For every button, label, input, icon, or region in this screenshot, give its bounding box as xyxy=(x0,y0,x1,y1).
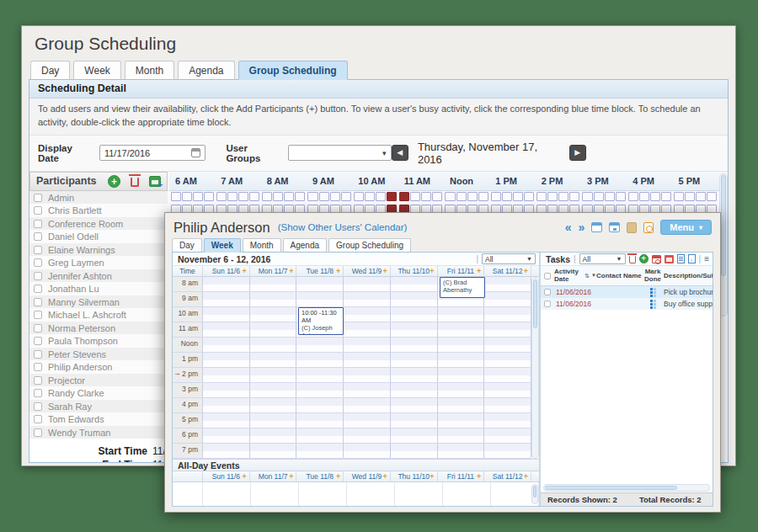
time-slot[interactable] xyxy=(524,192,534,202)
mark-done-icon[interactable] xyxy=(650,288,656,297)
calendar-cell[interactable] xyxy=(203,353,250,367)
calendar-cell[interactable] xyxy=(250,322,297,337)
time-slot[interactable] xyxy=(685,192,695,202)
participant-checkbox[interactable] xyxy=(34,246,42,254)
calendar-cell[interactable] xyxy=(344,322,391,337)
calendar-cell[interactable] xyxy=(203,292,250,306)
sort-icon[interactable]: ⇅ xyxy=(585,273,590,279)
time-slot[interactable] xyxy=(307,192,318,202)
time-slot[interactable] xyxy=(467,192,478,202)
calendar-cell[interactable] xyxy=(344,444,391,458)
notes-icon[interactable] xyxy=(627,222,637,233)
calendar-cell[interactable] xyxy=(203,444,250,458)
calendar-cell[interactable] xyxy=(296,413,344,428)
participant-row[interactable]: Peter Stevens xyxy=(29,348,168,361)
participant-row[interactable]: Norma Peterson xyxy=(29,322,168,335)
time-slot[interactable] xyxy=(616,192,626,202)
time-slot[interactable] xyxy=(227,192,238,202)
time-slot[interactable] xyxy=(421,192,431,202)
participant-checkbox[interactable] xyxy=(34,389,42,397)
calendar-cell[interactable] xyxy=(250,292,297,306)
add-event-icon[interactable]: + xyxy=(430,266,434,276)
datepicker-icon[interactable] xyxy=(191,148,200,157)
participant-checkbox[interactable] xyxy=(34,220,42,228)
scrollbar-thumb[interactable] xyxy=(533,279,537,328)
calendar-cell[interactable] xyxy=(250,338,297,352)
calendar-cell[interactable] xyxy=(438,413,485,428)
display-date-input[interactable]: 11/17/2016 xyxy=(99,145,206,161)
time-slot[interactable] xyxy=(661,192,671,202)
day-header-mon-11-7[interactable]: Mon 11/7+ xyxy=(250,471,297,481)
calendar-cell[interactable] xyxy=(250,277,297,291)
calendar-cell[interactable] xyxy=(391,428,438,443)
add-event-icon[interactable]: + xyxy=(477,266,481,276)
participant-checkbox[interactable] xyxy=(34,402,42,411)
participant-checkbox[interactable] xyxy=(34,298,42,306)
calendar-cell[interactable] xyxy=(344,383,391,397)
day-header-wed-11-9[interactable]: Wed 11/9+ xyxy=(344,471,391,481)
week-vertical-scrollbar[interactable] xyxy=(531,277,539,459)
time-slot[interactable] xyxy=(628,192,638,202)
time-slot[interactable] xyxy=(365,192,375,202)
calendar-cell[interactable] xyxy=(344,307,391,322)
participant-row[interactable]: Conference Room xyxy=(29,217,168,231)
add-event-icon[interactable]: + xyxy=(477,471,481,481)
calendar-cell[interactable] xyxy=(484,413,531,428)
tab-week[interactable]: Week xyxy=(73,61,120,80)
time-slot[interactable] xyxy=(249,192,259,202)
time-slot[interactable] xyxy=(445,192,455,202)
tasks-filter-select[interactable]: All ▼ xyxy=(579,253,626,264)
time-slot[interactable] xyxy=(330,192,340,202)
calendar-cell[interactable] xyxy=(391,368,438,382)
appointment[interactable]: 10:00 -11:30 AM(C) JosephAckermanInitial… xyxy=(298,307,344,335)
participant-row[interactable]: Randy Clarke xyxy=(29,386,168,400)
participant-checkbox[interactable] xyxy=(34,376,42,385)
add-event-icon[interactable]: + xyxy=(524,266,528,276)
mark-done-icon[interactable] xyxy=(650,300,656,309)
calendar-cell[interactable] xyxy=(203,413,250,428)
calendar-cell[interactable] xyxy=(250,353,297,367)
task-date[interactable]: 11/06/2016 xyxy=(554,288,596,296)
tab-month[interactable]: Month xyxy=(243,238,281,253)
calendar-cell[interactable] xyxy=(296,338,344,352)
activity-date-column-header[interactable]: Activity Date ⇅ ▼ xyxy=(554,269,596,284)
calendar-cell[interactable] xyxy=(203,322,250,337)
participant-checkbox[interactable] xyxy=(34,232,42,241)
time-slot[interactable] xyxy=(582,192,592,202)
time-slot[interactable] xyxy=(594,192,604,202)
day-header-thu-11-10[interactable]: Thu 11/10+ xyxy=(391,266,438,276)
time-slot[interactable] xyxy=(273,192,283,202)
time-slot[interactable] xyxy=(171,192,181,202)
day-header-fri-11-11[interactable]: Fri 11/11+ xyxy=(438,266,485,276)
calendar-cell[interactable] xyxy=(391,307,438,322)
time-slot[interactable] xyxy=(639,192,649,202)
select-all-checkbox[interactable] xyxy=(544,273,551,279)
day-header-wed-11-9[interactable]: Wed 11/9+ xyxy=(344,266,391,276)
calendar-cell[interactable] xyxy=(438,338,485,352)
participant-row[interactable]: Projector xyxy=(29,374,168,387)
time-slot[interactable] xyxy=(478,192,488,202)
add-event-icon[interactable]: + xyxy=(289,471,293,481)
participant-checkbox[interactable] xyxy=(34,285,42,293)
time-slot[interactable] xyxy=(284,192,294,202)
task-row[interactable]: 11/06/2016Pick up brochures xyxy=(541,286,713,298)
appointment[interactable]: (C) BradAbernathy xyxy=(440,277,485,298)
participant-checkbox[interactable] xyxy=(34,206,42,215)
calendar-cell[interactable] xyxy=(296,444,344,458)
add-event-icon[interactable]: + xyxy=(383,266,387,276)
busy-time-slot[interactable] xyxy=(399,192,409,202)
tab-agenda[interactable]: Agenda xyxy=(178,61,234,80)
time-slot[interactable] xyxy=(410,192,420,202)
participant-row[interactable]: Paula Thompson xyxy=(29,334,168,348)
participant-checkbox[interactable] xyxy=(34,258,42,267)
all-day-cell[interactable] xyxy=(299,482,347,506)
all-day-cell[interactable] xyxy=(395,482,443,506)
time-slot[interactable] xyxy=(376,192,386,202)
participant-row[interactable]: Jonathan Lu xyxy=(29,282,168,295)
add-event-icon[interactable]: + xyxy=(289,266,293,276)
delete-participant-icon[interactable] xyxy=(131,178,139,187)
calendar-cell[interactable] xyxy=(484,428,531,443)
time-slot[interactable] xyxy=(513,192,523,202)
all-day-cell[interactable] xyxy=(347,482,395,506)
calendar-cell[interactable] xyxy=(484,277,531,291)
